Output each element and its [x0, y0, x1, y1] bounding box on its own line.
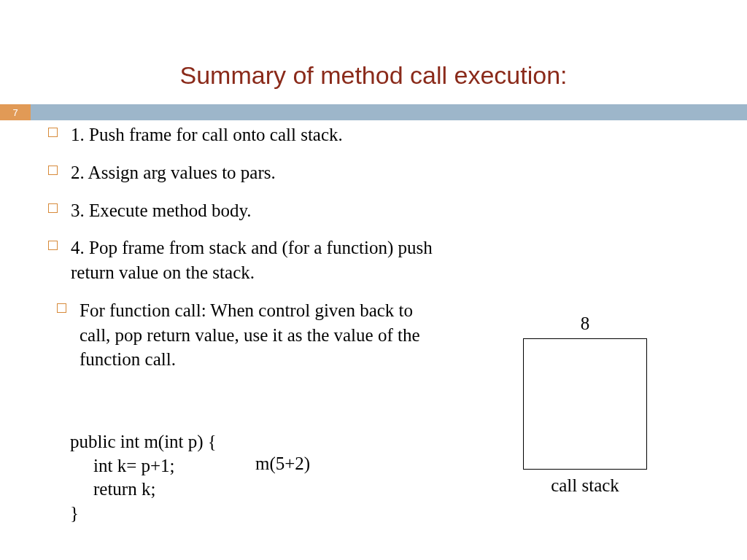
header-rule-bar [31, 104, 747, 120]
square-bullet-icon [48, 128, 58, 137]
code-line: return k; [70, 478, 217, 502]
list-item: 4. Pop frame from stack and (for a funct… [48, 236, 442, 285]
header-rule: 7 [0, 104, 747, 120]
bullet-text: 2. Assign arg values to pars. [71, 160, 276, 185]
code-line: } [70, 502, 217, 526]
list-item: 2. Assign arg values to pars. [48, 160, 442, 185]
stack-label: call stack [516, 475, 654, 496]
bullet-text: 1. Push frame for call onto call stack. [71, 122, 343, 147]
square-bullet-icon [48, 166, 58, 175]
bullet-list: 1. Push frame for call onto call stack. … [48, 122, 442, 385]
square-bullet-icon [48, 203, 58, 213]
square-bullet-icon [57, 303, 66, 313]
slide-title: Summary of method call execution: [0, 0, 747, 104]
bullet-text: For function call: When control given ba… [80, 298, 442, 372]
stack-box [523, 338, 647, 470]
call-expression: m(5+2) [255, 454, 310, 474]
code-line: int k= p+1; [70, 454, 217, 478]
page-number-badge: 7 [0, 104, 31, 120]
call-stack-diagram: 8 call stack [516, 314, 654, 496]
code-snippet: public int m(int p) { int k= p+1; return… [70, 430, 217, 525]
list-item: 1. Push frame for call onto call stack. [48, 122, 442, 147]
list-item: 3. Execute method body. [48, 198, 442, 223]
bullet-text: 3. Execute method body. [71, 198, 252, 223]
square-bullet-icon [48, 241, 58, 250]
code-line: public int m(int p) { [70, 430, 217, 454]
bullet-text: 4. Pop frame from stack and (for a funct… [71, 236, 442, 285]
list-item: For function call: When control given ba… [57, 298, 442, 372]
stack-top-value: 8 [516, 314, 654, 334]
